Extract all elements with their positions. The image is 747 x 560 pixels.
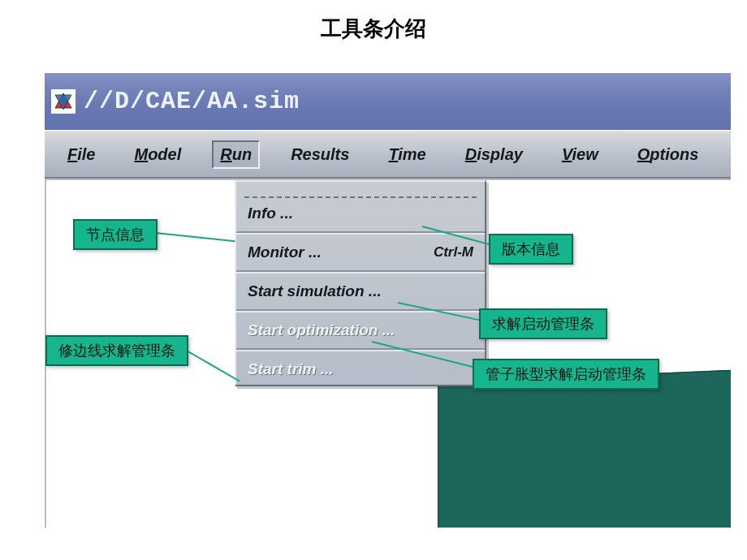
menu-view[interactable]: View (554, 140, 607, 169)
menu-time[interactable]: Time (380, 140, 434, 169)
menu-item-monitor[interactable]: Monitor ... Ctrl-M (236, 237, 485, 268)
menu-file[interactable]: File (59, 140, 103, 169)
menu-item-label: Info ... (248, 205, 293, 222)
menu-item-start-simulation[interactable]: Start simulation ... (236, 276, 485, 307)
app-window: //D/CAE/AA.sim File Model Run Results Ti… (45, 73, 731, 528)
menubar: File Model Run Results Time Display View… (45, 130, 731, 179)
callout-solver-start: 求解启动管理条 (479, 308, 607, 339)
separator (236, 348, 485, 351)
menu-item-start-optimization: Start optimization ... (236, 315, 485, 346)
menu-item-label: Monitor ... (248, 243, 322, 261)
menu-display[interactable]: Display (457, 140, 531, 169)
menu-item-label: Start trim ... (248, 360, 334, 378)
background-shape (438, 368, 731, 528)
menu-run[interactable]: Run (212, 140, 260, 169)
run-dropdown: Info ... Monitor ... Ctrl-M Start simula… (235, 180, 486, 386)
titlebar: //D/CAE/AA.sim (45, 73, 731, 130)
dropdown-grip (244, 187, 477, 198)
callout-version-info: 版本信息 (489, 234, 573, 265)
menu-options[interactable]: Options (629, 140, 707, 169)
page-title: 工具条介绍 (0, 0, 747, 51)
callout-node-info: 节点信息 (73, 219, 158, 250)
menu-item-shortcut: Ctrl-M (434, 244, 473, 261)
menu-item-start-trim: Start trim ... (236, 354, 485, 385)
separator (236, 270, 485, 274)
menu-model[interactable]: Model (126, 140, 189, 169)
callout-trim-solver: 修边线求解管理条 (45, 335, 188, 366)
window-title: //D/CAE/AA.sim (84, 88, 300, 115)
menu-results[interactable]: Results (283, 140, 357, 169)
menu-item-label: Start simulation ... (248, 282, 382, 300)
app-icon (51, 89, 76, 114)
callout-tube-solver: 管子胀型求解启动管理条 (473, 359, 659, 390)
menu-item-label: Start optimization ... (248, 321, 395, 339)
menu-item-info[interactable]: Info ... (236, 198, 485, 229)
